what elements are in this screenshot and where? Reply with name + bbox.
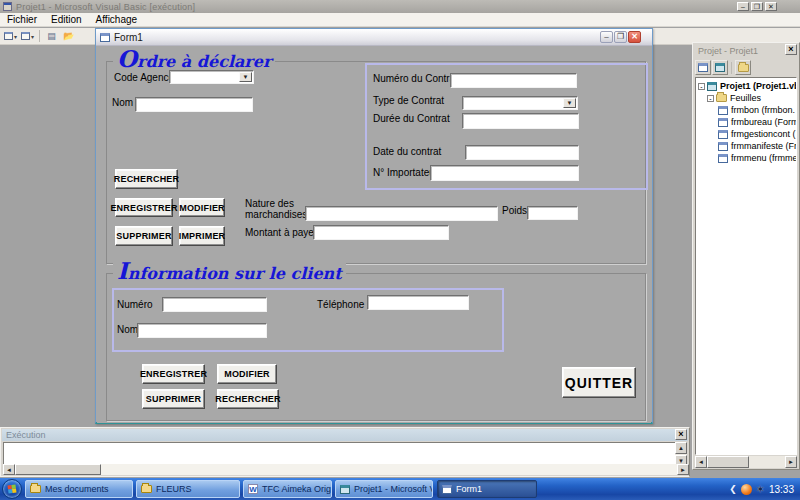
type-contrat-label: Type de Contrat [373, 95, 444, 106]
toolbar-separator [731, 62, 732, 74]
ide-minimize-button[interactable]: – [737, 2, 749, 11]
tree-item-feuilles[interactable]: - Feuilles [698, 92, 796, 104]
form-minimize-button[interactable]: – [600, 31, 613, 43]
tree-item-frmgestioncont[interactable]: frmgestioncont ( [698, 128, 796, 140]
ide-titlebar: Projet1 - Microsoft Visual Basic [exécut… [0, 0, 800, 13]
scroll-right-icon[interactable]: ► [677, 464, 689, 475]
montant-input[interactable] [313, 225, 449, 240]
menu-fichier[interactable]: Fichier [0, 13, 44, 26]
menu-edition[interactable]: Edition [44, 13, 89, 26]
tree-item-project[interactable]: - Projet1 (Projet1.vbp [698, 80, 796, 92]
scroll-up-icon[interactable]: ▲ [675, 442, 687, 454]
open-project-icon[interactable]: 📂 [61, 30, 76, 43]
collapse-icon[interactable]: - [707, 95, 714, 102]
client-modifier-button[interactable]: MODIFIER [217, 364, 277, 384]
taskbar-item-word-doc[interactable]: W TFC Aimeka Original d... [243, 480, 332, 498]
enregistrer-button[interactable]: ENREGISTRER [115, 198, 173, 217]
client-nom-label: Nom [117, 324, 138, 335]
form1-window: Form1 – ❐ ✕ Ordre à déclarer Code Agence… [95, 28, 653, 424]
menu-editor-icon[interactable]: ▤ [44, 30, 59, 43]
code-agence-combobox[interactable]: ▼ [169, 70, 254, 84]
project-panel-close-icon[interactable]: × [785, 44, 797, 55]
taskbar-item-fleurs[interactable]: FLEURS [136, 480, 240, 498]
tree-item-frmmenu[interactable]: frmmenu (frmme [698, 152, 796, 164]
form-close-button[interactable]: ✕ [628, 31, 641, 43]
numero-contrat-label: Numéro du Contrat [373, 73, 458, 84]
project-panel-title: Projet - Projet1 [694, 44, 798, 58]
add-project-icon[interactable]: ▾ [3, 30, 18, 43]
supprimer-button[interactable]: SUPPRIMER [115, 226, 173, 246]
tree-item-frmmanifeste[interactable]: frmmanifeste (Fr [698, 140, 796, 152]
tray-orange-icon[interactable] [741, 484, 752, 495]
quitter-button[interactable]: QUITTER [562, 367, 636, 398]
modifier-button[interactable]: MODIFIER [179, 198, 225, 217]
start-button[interactable] [2, 479, 22, 499]
ide-restore-button[interactable]: ❐ [751, 2, 763, 11]
word-document-icon: W [248, 484, 258, 494]
client-nom-input[interactable] [137, 323, 267, 338]
form1-titlebar[interactable]: Form1 – ❐ ✕ [96, 29, 652, 46]
immediate-window-close-icon[interactable]: × [675, 429, 687, 440]
project-explorer-panel: Projet - Projet1 × - Projet1 (Projet1.vb… [692, 42, 800, 470]
nom-input[interactable] [135, 97, 253, 112]
importateur-input[interactable] [430, 165, 579, 181]
immediate-horizontal-scrollbar[interactable]: ◄ ► [3, 464, 689, 475]
form-icon [718, 154, 728, 163]
immediate-vertical-scrollbar[interactable]: ▲ ▼ [675, 442, 687, 466]
scroll-left-icon[interactable]: ◄ [695, 456, 707, 468]
tree-item-frmbon[interactable]: frmbon (frmbon. [698, 104, 796, 116]
project-panel-toolbar [695, 59, 797, 76]
scroll-right-icon[interactable]: ► [785, 456, 797, 468]
rechercher-button[interactable]: RECHERCHER [115, 169, 178, 189]
date-contrat-input[interactable] [465, 145, 579, 160]
client-telephone-input[interactable] [367, 295, 469, 310]
project-tree: - Projet1 (Projet1.vbp - Feuilles frmbon… [695, 77, 797, 455]
numero-contrat-input[interactable] [450, 73, 577, 88]
nom-label: Nom [112, 97, 133, 108]
chevron-down-icon[interactable]: ▼ [563, 98, 576, 108]
scroll-left-icon[interactable]: ◄ [3, 464, 15, 475]
client-enregistrer-button[interactable]: ENREGISTRER [142, 364, 205, 384]
toggle-folders-icon[interactable] [735, 60, 751, 75]
poids-input[interactable] [527, 206, 578, 220]
imprimer-button[interactable]: IMPRIMER [179, 226, 225, 246]
client-numero-label: Numéro [117, 299, 153, 310]
duree-contrat-input[interactable] [462, 113, 579, 129]
frame-client-caption: Information sur le client [113, 261, 346, 284]
poids-label: Poids [502, 205, 527, 216]
nature-input[interactable] [305, 206, 498, 221]
nature-label: Nature des marchandises [245, 198, 307, 220]
tray-expand-icon[interactable]: ❮ [729, 484, 737, 494]
scrollbar-thumb[interactable] [707, 456, 749, 468]
visual-basic-icon [340, 485, 350, 494]
chevron-down-icon[interactable]: ▼ [239, 72, 252, 82]
collapse-icon[interactable]: - [698, 83, 705, 90]
project-icon [707, 82, 717, 91]
client-supprimer-button[interactable]: SUPPRIMER [142, 389, 205, 409]
add-form-icon[interactable]: ▾ [20, 30, 35, 43]
taskbar-item-vb-project[interactable]: Projet1 - Microsoft Vis... [335, 480, 433, 498]
tree-item-frmbureau[interactable]: frmbureau (Form [698, 116, 796, 128]
folder-icon [30, 485, 41, 493]
clock: 13:33 [769, 484, 794, 495]
duree-contrat-label: Durée du Contrat [373, 113, 450, 124]
form-restore-button[interactable]: ❐ [614, 31, 627, 43]
view-code-icon[interactable] [695, 60, 711, 75]
immediate-window-content[interactable] [3, 442, 677, 466]
form-icon [718, 130, 728, 139]
client-rechercher-button[interactable]: RECHERCHER [217, 389, 279, 409]
code-agence-label: Code Agence [114, 72, 174, 83]
type-contrat-combobox[interactable]: ▼ [462, 96, 578, 110]
client-numero-input[interactable] [162, 297, 267, 312]
scrollbar-thumb[interactable] [15, 464, 101, 475]
tray-app-icon[interactable]: ✶ [756, 483, 765, 496]
vb-app-icon [3, 2, 12, 11]
taskbar-item-mes-documents[interactable]: Mes documents [25, 480, 133, 498]
ide-close-button[interactable]: ✕ [765, 2, 777, 11]
project-horizontal-scrollbar[interactable]: ◄ ► [695, 456, 797, 468]
form-icon [718, 106, 728, 115]
menu-affichage[interactable]: Affichage [89, 13, 145, 26]
form1-client-area: Ordre à déclarer Code Agence ▼ Nom Numér… [97, 46, 651, 423]
taskbar-item-form1[interactable]: Form1 [437, 480, 537, 498]
view-object-icon[interactable] [712, 60, 728, 75]
